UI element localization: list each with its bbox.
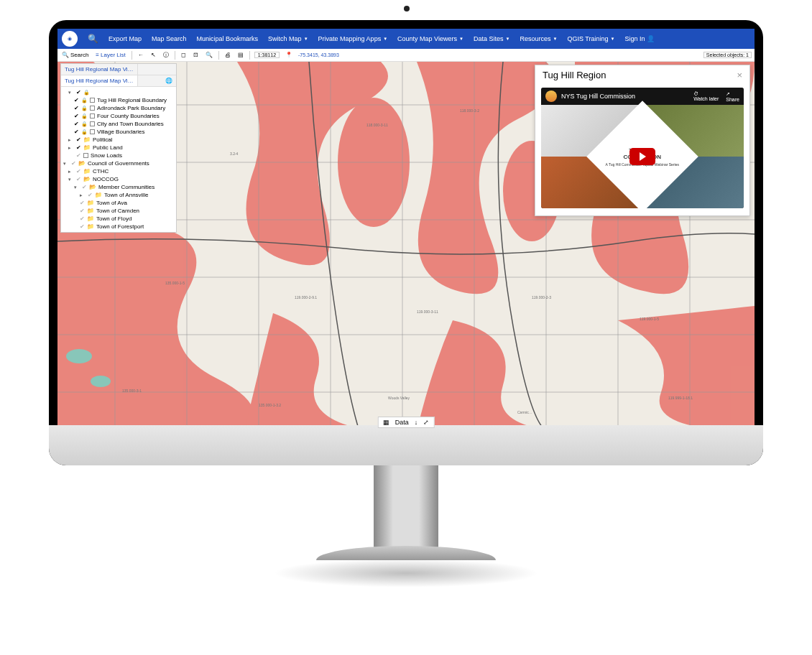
selected-objects: Selected objects: 1	[703, 52, 752, 58]
layer-cthc[interactable]: ▸✔📁CTHC	[61, 167, 176, 175]
grid-icon: ▦	[383, 419, 389, 426]
toolbar-legend[interactable]: ▤	[236, 52, 245, 58]
monitor-chin	[49, 425, 763, 465]
layer-item[interactable]: ✔🔒Four County Boundaries	[61, 112, 176, 120]
panel-tab-inactive[interactable]: Tug Hill Regional Map Vi…	[61, 64, 138, 75]
watch-later-icon[interactable]: ⏱Watch later	[693, 91, 719, 102]
nav-map-search[interactable]: Map Search	[152, 35, 187, 42]
nav-sign-in[interactable]: Sign In 👤	[624, 35, 655, 42]
nav-data-sites[interactable]: Data Sites▼	[474, 35, 509, 42]
layer-town[interactable]: ▸✔📁Town of Annsville	[61, 191, 176, 199]
app-logo[interactable]: ◉	[62, 31, 78, 47]
chevron-down-icon: ▼	[459, 37, 463, 41]
top-navbar: ◉ 🔍 Export Map Map Search Municipal Book…	[57, 29, 755, 49]
toolbar-back[interactable]: ←	[137, 52, 145, 58]
layer-town[interactable]: ✔📁Town of Ava	[61, 199, 176, 207]
layer-panel: Tug Hill Regional Map Vi… Tug Hill Regio…	[60, 63, 177, 233]
nav-private-mapping[interactable]: Private Mapping Apps▼	[318, 35, 388, 42]
video-title: NYS Tug Hill Commission	[561, 93, 635, 100]
toolbar-zoom-extent[interactable]: ⊡	[192, 52, 200, 58]
nav-resources[interactable]: Resources▼	[520, 35, 557, 42]
svg-text:Carmic…: Carmic…	[517, 410, 532, 414]
search-icon[interactable]: 🔍	[88, 34, 98, 44]
chevron-down-icon: ▼	[304, 37, 308, 41]
toolbar-zoom-in[interactable]: 🔍	[204, 52, 214, 58]
monitor-frame: ◉ 🔍 Export Map Map Search Municipal Book…	[49, 20, 763, 465]
close-icon[interactable]: ×	[737, 70, 742, 80]
svg-point-4	[91, 376, 111, 387]
nav-switch-map[interactable]: Switch Map▼	[268, 35, 308, 42]
monitor-stand-neck	[374, 465, 438, 552]
layer-noccog[interactable]: ▾✔📂NOCCOG	[61, 175, 176, 183]
layer-item[interactable]: ✔🔒Village Boundaries	[61, 128, 176, 136]
layer-item[interactable]: ✔🔒City and Town Boundaries	[61, 120, 176, 128]
layer-item[interactable]: ✔🔒Adirondack Park Boundary	[61, 104, 176, 112]
nav-county-viewers[interactable]: County Map Viewers▼	[397, 35, 463, 42]
svg-text:118.000-3-11: 118.000-3-11	[366, 123, 388, 127]
layer-town[interactable]: ✔📁Town of Camden	[61, 207, 176, 215]
layer-folder-political[interactable]: ▸✔📁Political	[61, 136, 176, 144]
svg-text:119.000-2-9.1: 119.000-2-9.1	[295, 295, 317, 299]
chevron-down-icon: ▼	[610, 37, 614, 41]
toolbar-print[interactable]: 🖨	[223, 52, 232, 58]
data-bar[interactable]: ▦ Data ↓ ⤢	[378, 417, 435, 428]
arrow-down-icon[interactable]: ↓	[415, 419, 418, 426]
layer-council[interactable]: ▾✔📂Council of Governments	[61, 159, 176, 167]
svg-text:118.000-3-2: 118.000-3-2	[460, 108, 479, 113]
nav-municipal-bookmarks[interactable]: Municipal Bookmarks	[197, 35, 259, 42]
svg-text:Woods Valley: Woods Valley	[388, 396, 410, 400]
camera-dot	[404, 6, 410, 11]
popup-title: Tug Hill Region	[543, 70, 606, 80]
monitor-shadow	[273, 559, 539, 587]
layer-member-communities[interactable]: ▾✔📂Member Communities	[61, 183, 176, 191]
svg-text:135.000-1-3.2: 135.000-1-3.2	[259, 403, 281, 407]
svg-text:3.2-4: 3.2-4	[230, 152, 239, 156]
chevron-down-icon: ▼	[553, 37, 557, 41]
toolbar-location[interactable]: 📍	[284, 52, 294, 58]
channel-avatar	[545, 90, 557, 102]
svg-text:135.000-1-5: 135.000-1-5	[165, 281, 185, 285]
scale-display[interactable]: 1:38112	[254, 52, 280, 58]
svg-text:119.000-3-11: 119.000-3-11	[417, 310, 438, 314]
svg-text:119.000-1-5: 119.000-1-5	[640, 317, 659, 321]
layer-town[interactable]: ✔📁Town of Forestport	[61, 223, 176, 231]
svg-text:135.000-3-1: 135.000-3-1	[122, 389, 142, 393]
nav-export-map[interactable]: Export Map	[109, 35, 142, 42]
layer-tree: ▾✔🔒 ✔🔒Tug Hill Regional Boundary ✔🔒Adiro…	[61, 87, 176, 232]
toolbar-select[interactable]: ◻	[180, 52, 188, 58]
svg-point-3	[66, 349, 92, 363]
toolbar-info[interactable]: ⓘ	[162, 51, 170, 59]
chevron-down-icon: ▼	[383, 37, 387, 41]
expand-icon[interactable]: ⤢	[423, 419, 429, 426]
panel-tab-active[interactable]: Tug Hill Regional Map Vi…	[61, 75, 138, 86]
monitor-stand-base	[316, 546, 496, 560]
screen: ◉ 🔍 Export Map Map Search Municipal Book…	[57, 29, 755, 431]
play-button[interactable]	[629, 148, 655, 165]
user-icon: 👤	[647, 35, 655, 42]
chevron-down-icon: ▼	[505, 37, 509, 41]
layer-snow-loads[interactable]: ✔Snow Loads	[61, 152, 176, 159]
svg-text:119.000-2-3: 119.000-2-3	[532, 295, 551, 299]
data-label: Data	[395, 419, 409, 426]
share-icon[interactable]: ↗Share	[726, 91, 739, 102]
toolbar: 🔍 Search ≡ Layer List ← ↖ ⓘ ◻ ⊡ 🔍 🖨 ▤ 1:…	[57, 49, 755, 62]
layer-item[interactable]: ✔🔒Tug Hill Regional Boundary	[61, 96, 176, 104]
toolbar-layer-list[interactable]: ≡ Layer List	[94, 52, 126, 58]
svg-text:119.999-1-18.1: 119.999-1-18.1	[668, 396, 693, 400]
toolbar-search[interactable]: 🔍 Search	[60, 52, 90, 58]
layer-folder-publicland[interactable]: ▸✔📁Public Land	[61, 144, 176, 152]
toolbar-pointer[interactable]: ↖	[149, 52, 157, 58]
nav-qgis-training[interactable]: QGIS Training▼	[567, 35, 614, 42]
video-embed[interactable]: NYS Tug Hill Commission ⏱Watch later ↗Sh…	[541, 88, 744, 208]
layer-root[interactable]: ▾✔🔒	[61, 88, 176, 96]
info-popup: Tug Hill Region × NYS Tug Hill Commissio…	[535, 65, 750, 216]
layer-town[interactable]: ✔📁Town of Floyd	[61, 215, 176, 223]
globe-icon[interactable]: 🌐	[162, 75, 176, 86]
coords-display: -75.3415, 43.3893	[298, 52, 339, 57]
